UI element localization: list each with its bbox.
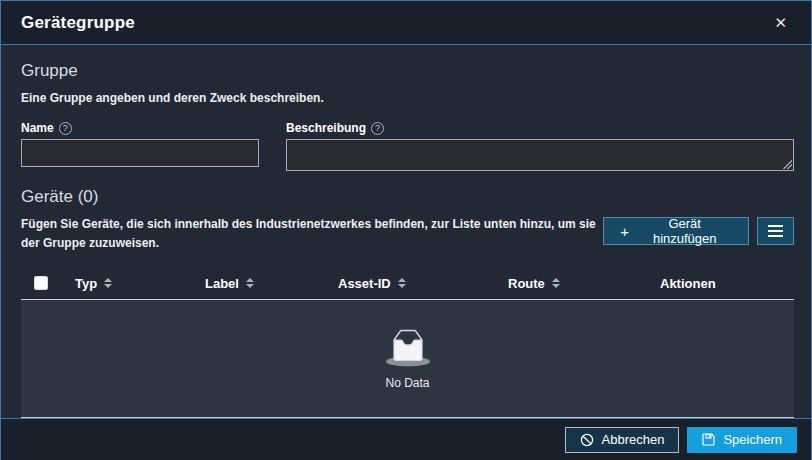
cancel-label: Abbrechen (602, 432, 665, 447)
column-label: Label (205, 276, 239, 291)
description-label-text: Beschreibung (286, 121, 366, 135)
group-fields-row: Name ? Beschreibung ? (21, 121, 794, 171)
devices-section-description: Fügen Sie Geräte, die sich innerhalb des… (21, 215, 603, 253)
table-options-button[interactable] (757, 217, 794, 245)
column-header-route[interactable]: Route (494, 276, 646, 291)
sort-icon[interactable] (246, 278, 254, 288)
group-section-description: Eine Gruppe angeben und deren Zweck besc… (21, 89, 794, 108)
select-all-cell (21, 276, 61, 290)
dialog-title: Gerätegruppe (21, 13, 135, 33)
save-icon (702, 433, 715, 446)
save-label: Speichern (723, 432, 782, 447)
column-label: Route (508, 276, 545, 291)
name-field-block: Name ? (21, 121, 259, 171)
description-textarea[interactable] (286, 139, 794, 171)
cancel-icon (580, 433, 594, 447)
plus-icon: + (620, 224, 629, 239)
devices-section: Geräte (0) Fügen Sie Geräte, die sich in… (21, 187, 794, 418)
name-label-text: Name (21, 121, 54, 135)
column-header-typ[interactable]: Typ (61, 276, 191, 291)
name-field-label: Name ? (21, 121, 259, 135)
cancel-button[interactable]: Abbrechen (565, 427, 680, 453)
devices-section-heading: Geräte (0) (21, 187, 794, 207)
column-label: Asset-ID (338, 276, 391, 291)
close-icon[interactable]: ✕ (774, 15, 787, 30)
sort-icon[interactable] (552, 278, 560, 288)
dialog-body: Gruppe Eine Gruppe angeben und deren Zwe… (1, 45, 811, 418)
column-label: Typ (75, 276, 97, 291)
name-help-icon[interactable]: ? (59, 122, 72, 135)
column-header-aktionen: Aktionen (646, 276, 793, 291)
column-label: Aktionen (660, 276, 716, 291)
sort-icon[interactable] (398, 278, 406, 288)
description-help-icon[interactable]: ? (371, 122, 384, 135)
empty-box-icon (380, 328, 436, 368)
description-field-label: Beschreibung ? (286, 121, 794, 135)
devices-toolbar-row: Fügen Sie Geräte, die sich innerhalb des… (21, 215, 794, 253)
group-section-heading: Gruppe (21, 61, 794, 81)
empty-state: No Data (380, 328, 436, 390)
no-data-text: No Data (385, 376, 429, 390)
add-device-label: Gerät hinzufügen (637, 216, 732, 246)
column-header-asset-id[interactable]: Asset-ID (324, 276, 494, 291)
select-all-checkbox[interactable] (34, 276, 48, 290)
device-group-dialog: Gerätegruppe ✕ Gruppe Eine Gruppe angebe… (0, 0, 812, 460)
devices-table-body: No Data (21, 299, 794, 418)
devices-table: TypLabelAsset-IDRouteAktionen No Data (21, 267, 794, 418)
dialog-header: Gerätegruppe ✕ (1, 1, 811, 45)
description-field-block: Beschreibung ? (286, 121, 794, 171)
column-header-label[interactable]: Label (191, 276, 324, 291)
save-button[interactable]: Speichern (687, 427, 797, 453)
sort-icon[interactable] (104, 278, 112, 288)
dialog-footer: Abbrechen Speichern (1, 418, 811, 460)
devices-buttons: + Gerät hinzufügen (603, 217, 794, 245)
add-device-button[interactable]: + Gerät hinzufügen (603, 217, 749, 245)
devices-table-header: TypLabelAsset-IDRouteAktionen (21, 267, 794, 299)
name-input[interactable] (21, 139, 259, 167)
hamburger-icon (768, 225, 783, 237)
textarea-resize-handle[interactable] (783, 160, 792, 169)
